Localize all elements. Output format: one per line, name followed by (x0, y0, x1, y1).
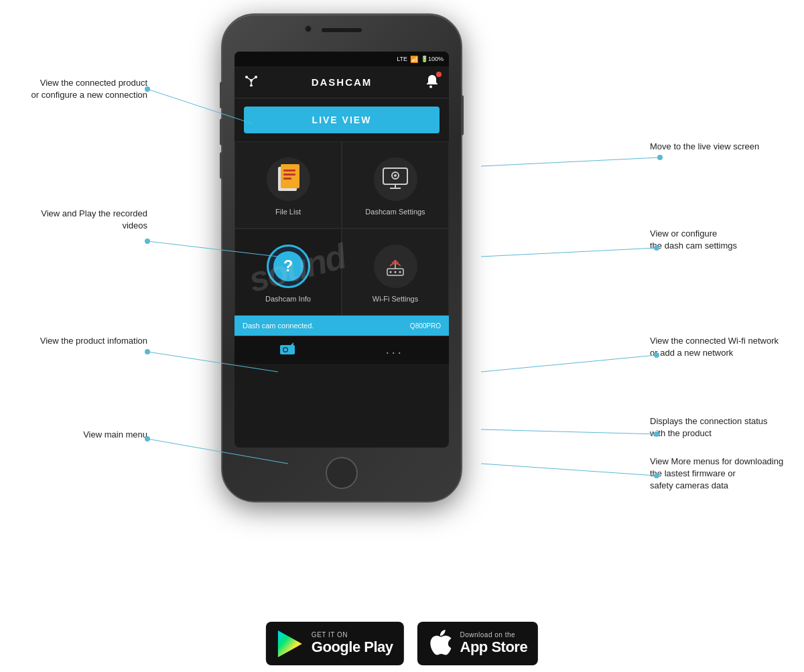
svg-point-9 (657, 155, 663, 160)
status-bar: LTE 📶 🔋100% (234, 52, 449, 66)
device-model: Q800PRO (410, 322, 441, 330)
svg-point-24 (250, 84, 253, 86)
dashcam-info-label: Dashcam Info (265, 295, 311, 303)
svg-line-14 (481, 429, 657, 434)
app-header: DASHCAM (234, 66, 449, 98)
connection-status-text: Dash cam connected. (243, 322, 314, 330)
menu-grid: File List (234, 141, 449, 316)
svg-point-37 (390, 271, 392, 273)
dashcam-info-icon: ? (267, 245, 310, 288)
svg-marker-43 (291, 342, 293, 345)
status-battery: 🔋100% (421, 56, 444, 62)
svg-point-41 (394, 260, 397, 263)
annotation-right-5: View More menus for downloading the last… (650, 456, 797, 492)
notification-icon[interactable] (425, 74, 440, 91)
svg-point-22 (245, 76, 248, 78)
dashcam-settings-icon (374, 157, 417, 201)
app-title: DASHCAM (312, 76, 373, 88)
svg-rect-30 (283, 178, 291, 180)
more-nav-icon[interactable]: ... (386, 343, 404, 357)
question-mark-icon: ? (273, 251, 304, 281)
wifi-settings-icon (374, 245, 417, 288)
dashcam-info-cell[interactable]: ? Dashcam Info (234, 228, 342, 316)
connection-status-bar: Dash cam connected. Q800PRO (234, 316, 449, 336)
svg-point-38 (395, 271, 397, 273)
svg-line-8 (481, 157, 660, 166)
wifi-settings-cell[interactable]: Wi-Fi Settings (342, 228, 449, 316)
phone-side-button-left-2 (220, 119, 222, 145)
dashcam-settings-cell[interactable]: Dashcam Settings (342, 141, 449, 228)
file-list-cell[interactable]: File List (234, 141, 342, 228)
annotation-left-1: View the connected product or configure … (7, 77, 147, 101)
apple-icon (428, 629, 452, 659)
phone-side-button-left-3 (220, 152, 222, 179)
notification-badge (436, 72, 442, 77)
app-store-text: Download on the App Store (460, 631, 528, 656)
phone-side-button-left-1 (220, 82, 222, 109)
svg-point-39 (399, 271, 401, 273)
svg-point-5 (145, 349, 150, 354)
wifi-settings-label: Wi-Fi Settings (373, 295, 418, 303)
svg-line-16 (481, 464, 657, 476)
annotation-left-4: View main menu (27, 429, 147, 441)
annotation-right-4: Displays the connection status with the … (650, 415, 797, 440)
svg-rect-29 (283, 174, 295, 176)
connection-icon[interactable] (244, 74, 259, 90)
svg-marker-46 (278, 630, 302, 657)
bottom-nav: ... (234, 336, 449, 364)
status-lte: LTE (397, 56, 407, 62)
phone-mockup: LTE 📶 🔋100% (221, 13, 462, 502)
svg-point-45 (284, 348, 287, 352)
svg-point-35 (394, 174, 397, 177)
phone-camera (305, 25, 312, 32)
annotation-right-2: View or configure the dash cam settimgs (650, 228, 797, 252)
file-list-icon (267, 157, 310, 201)
status-signal: 📶 (410, 56, 418, 63)
svg-point-25 (429, 85, 432, 88)
svg-rect-28 (283, 170, 295, 172)
phone-speaker (322, 28, 362, 32)
phone-side-button-right (461, 95, 464, 135)
annotation-left-3: View the product infomation (7, 335, 147, 347)
svg-point-23 (255, 76, 257, 78)
svg-point-3 (145, 239, 150, 244)
phone-home-button[interactable] (326, 457, 358, 489)
live-view-button[interactable]: LIVE VIEW (244, 107, 440, 133)
svg-line-12 (481, 355, 657, 372)
annotation-right-3: View the connected Wi-fi network or add … (650, 335, 797, 359)
dashcam-settings-label: Dashcam Settings (365, 208, 425, 216)
svg-rect-27 (281, 164, 299, 188)
google-play-icon (277, 629, 304, 659)
annotation-right-1: Move to the live view screen (650, 141, 797, 153)
annotation-left-2: View and Play the recorded videos (7, 208, 147, 232)
google-play-badge[interactable]: GET IT ON Google Play (266, 622, 404, 665)
google-play-text: GET IT ON Google Play (312, 631, 393, 656)
camera-nav-icon[interactable] (279, 342, 295, 358)
phone-screen: LTE 📶 🔋100% (234, 52, 449, 448)
svg-line-10 (481, 248, 657, 257)
app-store-badge[interactable]: Download on the App Store (417, 622, 539, 665)
store-badges: GET IT ON Google Play Download on the Ap… (266, 622, 538, 665)
file-list-label: File List (275, 208, 301, 216)
